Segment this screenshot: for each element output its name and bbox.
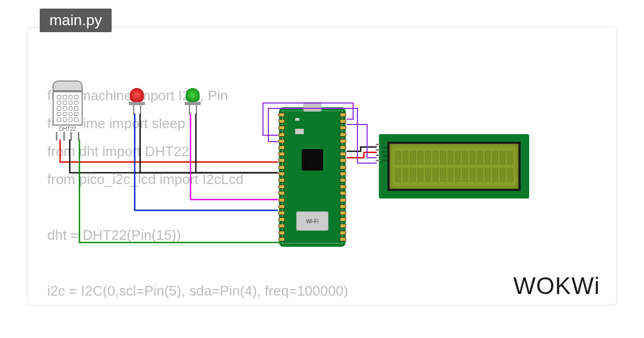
- pico-rp2040-chip: ⬚: [302, 149, 323, 171]
- lcd-row-0: [395, 151, 513, 165]
- dht22-grill: [53, 91, 83, 126]
- led-green-bulb: [186, 88, 200, 102]
- wokwi-logo: WOKWi: [514, 273, 600, 299]
- project-card: from machine import I2C, Pin from time i…: [27, 27, 617, 306]
- led-green-legs: [186, 105, 200, 115]
- pico-onboard-led: [295, 118, 299, 121]
- file-tab[interactable]: main.py: [40, 9, 112, 32]
- led-red-legs: [130, 105, 144, 115]
- dht22-pins: [56, 132, 79, 141]
- file-tab-label: main.py: [49, 12, 102, 28]
- led-green[interactable]: [186, 88, 200, 114]
- led-red-bulb: [130, 88, 144, 102]
- dht22-cap: [53, 80, 83, 91]
- dht22-sensor[interactable]: DHT22: [53, 80, 83, 139]
- lcd-screen: [387, 142, 521, 191]
- lcd-pin-labels: 1 GND VCC SDA SCL: [382, 142, 389, 162]
- pico-board[interactable]: ⬚ Wi-Fi: [279, 107, 346, 247]
- circuit-canvas[interactable]: DHT22 ⬚: [28, 28, 616, 305]
- pico-bootsel-button[interactable]: [295, 129, 304, 134]
- lcd-pins: [376, 144, 380, 161]
- lcd-i2c-module[interactable]: 1 GND VCC SDA SCL: [379, 134, 529, 199]
- dht22-label: DHT22: [53, 126, 83, 132]
- pico-wifi-module: Wi-Fi: [296, 211, 328, 231]
- led-red[interactable]: [130, 88, 144, 114]
- lcd-row-1: [395, 168, 513, 182]
